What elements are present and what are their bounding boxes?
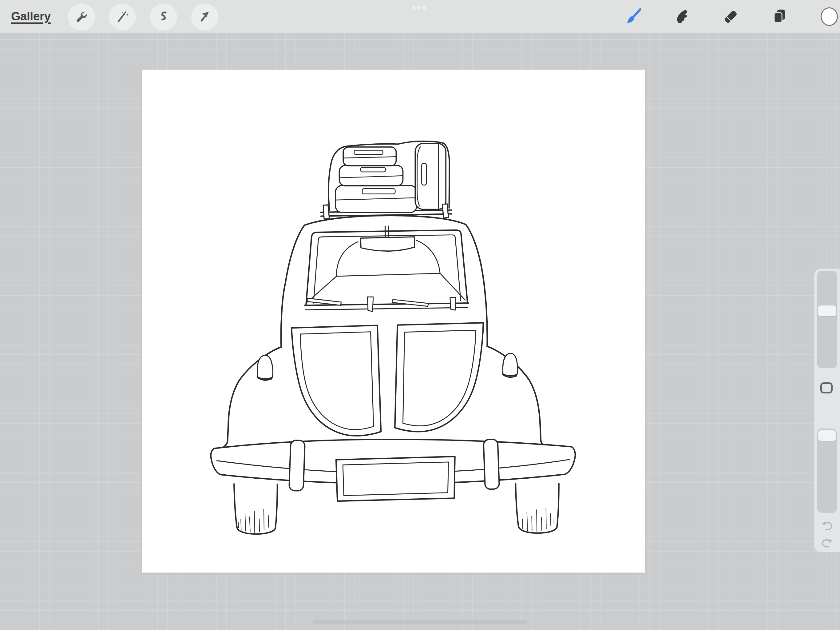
adjustments-button[interactable] [109,3,136,30]
paint-tool-button[interactable] [624,6,644,26]
left-fender [221,347,281,448]
brush-size-slider-handle[interactable] [818,306,836,316]
arrow-cursor-icon [198,10,212,24]
selection-button[interactable] [150,3,177,30]
license-plate [336,456,455,501]
dashed-s-icon [156,10,171,24]
grabber-dot [422,6,426,9]
smudge-finger-icon [673,7,691,25]
app-stage: Gallery [0,0,840,630]
layers-button[interactable] [770,6,789,26]
upright-suitcase [415,143,446,209]
car-sketch [142,70,645,573]
gallery-button[interactable]: Gallery [11,0,51,33]
grabber-dot [412,6,415,9]
rear-view-mirror [361,226,414,251]
home-indicator[interactable] [313,620,527,624]
brush-opacity-slider-handle[interactable] [818,431,836,441]
color-swatch-button[interactable] [821,7,838,26]
erase-tool-button[interactable] [721,6,741,26]
paintbrush-icon [625,7,643,25]
undo-arrow-icon [820,519,834,532]
redo-arrow-icon [820,537,834,549]
magic-wand-icon [115,10,129,24]
undo-button[interactable] [819,519,835,532]
grabber-dot [417,6,421,9]
eraser-icon [722,7,739,25]
brush-opacity-slider[interactable] [817,429,837,513]
brush-size-slider[interactable] [817,271,837,368]
brush-sidebar [814,269,840,552]
transform-button[interactable] [191,3,218,30]
drawing-canvas[interactable] [142,70,645,573]
toolbar-grabber-dots[interactable] [412,6,426,9]
layers-icon [771,7,789,25]
actions-button[interactable] [68,3,95,30]
smudge-tool-button[interactable] [672,6,692,26]
body-panels [292,323,483,435]
redo-button[interactable] [819,536,835,549]
top-toolbar: Gallery [0,0,840,33]
modify-button[interactable] [820,382,833,393]
wrench-icon [74,10,88,24]
